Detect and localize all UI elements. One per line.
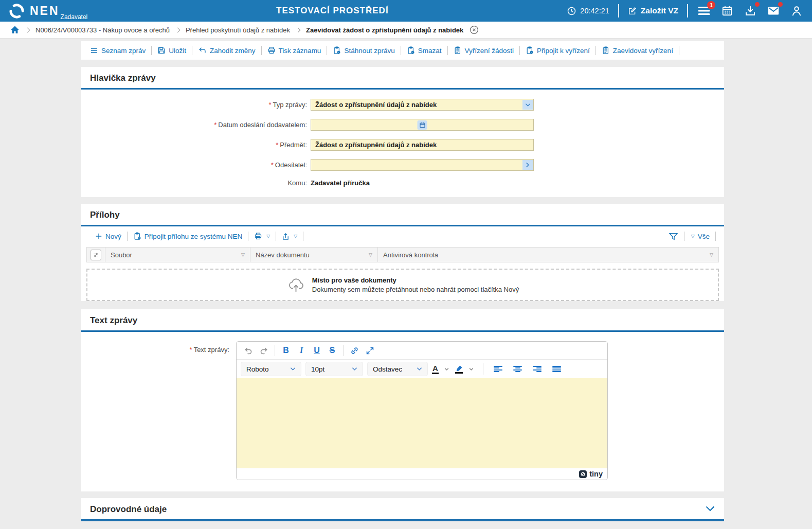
message-list-button[interactable]: Seznam zpráv xyxy=(84,46,151,55)
field-label: *Datum odeslání dodavatelem: xyxy=(81,121,311,129)
font-family-select[interactable]: Roboto xyxy=(241,362,301,376)
time-text: 20:42:21 xyxy=(580,7,609,15)
highlight-color-bar xyxy=(455,372,463,374)
highlight-color-button[interactable] xyxy=(455,365,463,374)
expand-section-button[interactable] xyxy=(705,505,715,514)
select-dropdown-button[interactable] xyxy=(522,100,533,110)
form-row: *Předmět: Žádost o zpřístupnění údajů z … xyxy=(81,139,724,151)
create-vz-button[interactable]: Založit VZ xyxy=(628,6,678,15)
view-filter-dropdown[interactable]: ▽ Vše xyxy=(684,233,715,240)
message-type-value: Žádost o zpřístupnění údajů z nabídek xyxy=(315,101,437,109)
profile-button[interactable] xyxy=(789,4,804,18)
discard-icon xyxy=(198,46,207,55)
column-header-soubor[interactable]: Soubor ▽ xyxy=(105,248,250,262)
field-label-text: Předmět: xyxy=(280,141,307,149)
datepicker-button[interactable] xyxy=(418,120,427,130)
column-filter-icon[interactable]: ▽ xyxy=(241,252,245,257)
editor-content[interactable] xyxy=(237,378,607,468)
nen-logo[interactable]: NEN Zadavatel xyxy=(8,3,87,20)
attach-to-resolution-button[interactable]: Připojit k vyřízení xyxy=(520,46,596,55)
fullscreen-button[interactable] xyxy=(362,343,377,358)
attachments-table-header: Soubor ▽ Název dokumentu ▽ Antivirová ko… xyxy=(86,247,719,262)
italic-button[interactable]: I xyxy=(294,343,309,358)
filter-button[interactable] xyxy=(663,232,684,241)
send-date-input[interactable] xyxy=(311,119,534,131)
breadcrumb-item[interactable]: N006/24/V00003733 - Nákup ovoce a ořechů xyxy=(35,26,170,34)
column-header-nazev[interactable]: Název dokumentu ▽ xyxy=(250,248,378,262)
column-header-antivir[interactable]: Antivirová kontrola ▽ xyxy=(378,248,718,262)
message-text-section: Text zprávy *Text zprávy: B I U xyxy=(81,309,724,491)
breadcrumb-item-current: Zaevidovat žádost o zpřístupnění údajů z… xyxy=(306,26,463,34)
field-label-text: Komu: xyxy=(287,179,307,187)
request-resolution-button[interactable]: Vyřízení žádosti xyxy=(448,46,520,55)
print-attachments-button[interactable]: ▽ xyxy=(248,232,276,240)
font-size-select[interactable]: 10pt xyxy=(305,362,363,376)
table-settings-cell xyxy=(87,248,105,262)
section-header: Doprovodné údaje xyxy=(81,498,724,521)
download-message-button[interactable]: Stáhnout zprávu xyxy=(327,46,400,55)
save-button[interactable]: Uložit xyxy=(152,46,192,55)
delete-button[interactable]: Smazat xyxy=(401,46,447,55)
register-resolution-button[interactable]: Zaevidovat vyřízení xyxy=(596,46,679,55)
column-filter-icon[interactable]: ▽ xyxy=(710,252,713,257)
print-record-button[interactable]: Tisk záznamu xyxy=(262,46,327,55)
align-center-button[interactable] xyxy=(510,362,526,376)
dropzone-text: Místo pro vaše dokumenty Dokumenty sem m… xyxy=(312,276,519,293)
section-header: Text zprávy xyxy=(81,309,724,332)
sender-input[interactable] xyxy=(311,159,534,171)
home-button[interactable] xyxy=(10,25,20,34)
align-justify-button[interactable] xyxy=(549,362,565,376)
subject-input[interactable]: Žádost o zpřístupnění údajů z nabídek xyxy=(311,139,534,151)
text-color-dropdown[interactable] xyxy=(443,362,451,376)
bold-button[interactable]: B xyxy=(278,343,294,358)
export-attachments-button[interactable]: ▽ xyxy=(276,233,303,240)
undo-button[interactable] xyxy=(241,343,256,358)
close-tab-button[interactable] xyxy=(470,25,479,34)
chevron-down-icon xyxy=(469,367,474,371)
field-label: *Text zprávy: xyxy=(81,341,233,480)
chevron-right-icon xyxy=(526,162,530,168)
chevron-down-icon xyxy=(525,103,531,107)
align-right-button[interactable] xyxy=(530,362,545,376)
clipboard-icon xyxy=(602,46,610,55)
required-marker: * xyxy=(271,161,274,169)
column-filter-icon[interactable]: ▽ xyxy=(369,252,372,257)
plus-icon xyxy=(95,233,102,240)
message-type-select[interactable]: Žádost o zpřístupnění údajů z nabídek xyxy=(311,99,534,111)
sender-picker-button[interactable] xyxy=(522,160,533,170)
highlight-color-dropdown[interactable] xyxy=(467,362,476,376)
breadcrumb-item[interactable]: Přehled poskytnutí údajů z nabídek xyxy=(186,26,290,34)
new-attachment-button[interactable]: Nový xyxy=(89,233,127,240)
divider xyxy=(483,363,483,375)
recipient-value: Zadavatel příručka xyxy=(311,179,370,187)
column-settings-button[interactable] xyxy=(91,250,101,260)
doc-gear-icon xyxy=(526,46,534,55)
file-dropzone[interactable]: Místo pro vaše dokumenty Dokumenty sem m… xyxy=(86,269,719,301)
strikethrough-button[interactable]: S xyxy=(324,343,340,358)
toolbar-label: Seznam zpráv xyxy=(101,47,146,55)
attach-from-nen-button[interactable]: Připojit přílohu ze systému NEN xyxy=(128,232,248,240)
tinymce-brand[interactable]: tiny xyxy=(579,470,603,478)
divider xyxy=(715,232,716,241)
doc-gear-icon xyxy=(133,232,141,240)
calendar-button[interactable] xyxy=(720,4,734,18)
text-color-button[interactable]: A xyxy=(432,364,439,374)
toolbar-label: Připojit k vyřízení xyxy=(537,47,590,55)
discard-changes-button[interactable]: Zahodit změny xyxy=(192,46,261,55)
attachments-toolbar-left: Nový Připojit přílohu ze systému NEN ▽ ▽ xyxy=(89,232,303,241)
menu-button[interactable]: 1 xyxy=(697,4,711,18)
align-justify-icon xyxy=(552,366,561,373)
block-format-select[interactable]: Odstavec xyxy=(367,362,428,376)
fullscreen-icon xyxy=(366,346,374,355)
message-header-form: *Typ zprávy: Žádost o zpřístupnění údajů… xyxy=(81,90,724,197)
clock-icon xyxy=(567,7,576,15)
downloads-button[interactable] xyxy=(743,4,757,18)
align-left-button[interactable] xyxy=(491,362,506,376)
download-icon xyxy=(745,5,756,16)
messages-button[interactable] xyxy=(766,4,781,18)
underline-button[interactable]: U xyxy=(309,343,324,358)
insert-link-button[interactable] xyxy=(347,343,362,358)
required-marker: * xyxy=(214,121,216,129)
save-icon xyxy=(157,46,166,55)
redo-button[interactable] xyxy=(256,343,272,358)
